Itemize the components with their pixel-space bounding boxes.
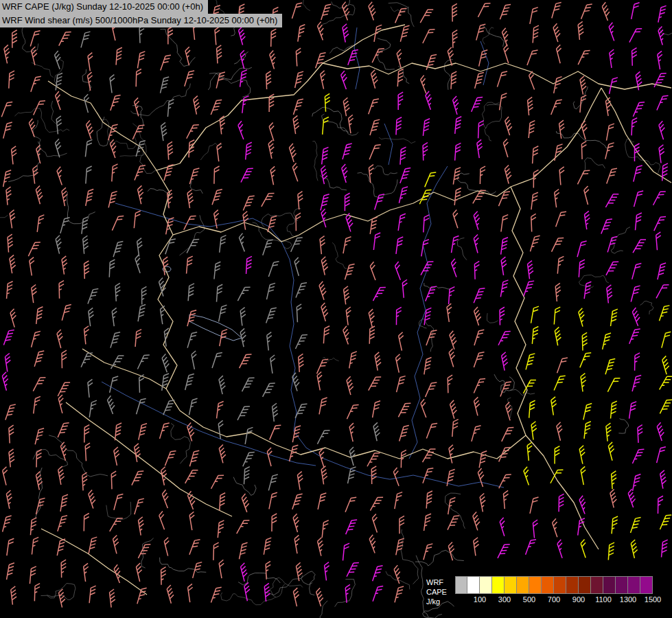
wind-barb	[167, 141, 174, 159]
wind-barb	[556, 422, 565, 441]
legend-swatch	[455, 576, 467, 594]
wind-barb	[632, 262, 642, 281]
wind-barb	[473, 235, 483, 253]
wind-barb	[240, 69, 247, 88]
wind-barb	[369, 165, 375, 183]
wind-barb	[1, 100, 12, 119]
cape-contour	[329, 45, 353, 54]
wind-barb	[6, 187, 12, 205]
wind-barb	[373, 232, 380, 251]
wind-barb	[369, 98, 379, 116]
wind-barb	[452, 30, 458, 48]
wind-barb	[631, 284, 640, 303]
wind-barb	[58, 466, 66, 485]
wind-barb	[31, 284, 38, 303]
wind-barb	[398, 213, 406, 231]
wind-barb	[238, 233, 249, 252]
wind-barb	[111, 471, 117, 489]
wind-barb	[189, 139, 194, 157]
wind-barb	[579, 446, 587, 464]
wind-barb	[580, 539, 590, 558]
wind-barb	[113, 536, 121, 554]
wind-barb	[395, 491, 402, 510]
wind-barb	[396, 117, 402, 135]
wind-barb	[396, 236, 403, 255]
wind-barb	[605, 357, 615, 376]
wind-barb	[55, 236, 64, 254]
wind-barb	[243, 450, 255, 469]
wind-barb	[611, 471, 617, 489]
wind-barb	[345, 496, 356, 514]
wind-barb	[9, 255, 16, 273]
country-border	[323, 63, 671, 89]
wind-barb	[114, 493, 124, 512]
wind-barb	[298, 354, 304, 371]
cape-contour	[579, 275, 609, 287]
wind-barb	[30, 566, 36, 584]
wind-barb	[501, 28, 512, 47]
wind-barb	[578, 308, 588, 327]
wind-barb	[369, 143, 380, 161]
wind-barb	[580, 466, 588, 485]
wind-barb	[3, 121, 12, 139]
wind-barb	[160, 306, 167, 324]
wind-barb	[424, 357, 432, 376]
wind-barb	[399, 424, 409, 443]
wind-barb	[84, 425, 89, 443]
wind-barb	[347, 560, 359, 578]
legend-tick: 700	[548, 595, 560, 604]
wind-barb	[500, 93, 507, 111]
wind-barb	[660, 470, 668, 489]
wind-barb	[398, 332, 406, 351]
wind-barb	[1, 372, 11, 391]
wind-barb	[298, 192, 304, 210]
wind-barb	[218, 560, 226, 578]
wind-barb	[582, 332, 588, 350]
wind-barb	[86, 188, 93, 207]
legend-title-model: WRF	[426, 577, 455, 587]
wind-barb	[187, 190, 194, 208]
wind-barb	[657, 446, 666, 464]
wind-barb	[373, 584, 383, 603]
wind-barb	[34, 396, 40, 415]
wind-barb	[321, 257, 329, 275]
wind-barb	[185, 47, 194, 65]
wind-barb	[189, 398, 197, 416]
wind-barb	[632, 1, 640, 20]
wind-barb	[552, 236, 564, 253]
wind-barb	[30, 517, 36, 535]
wind-barb	[240, 308, 247, 326]
wind-barb	[452, 3, 457, 21]
wind-barb	[316, 22, 327, 41]
cape-contour	[160, 29, 195, 66]
wind-barb	[393, 468, 404, 486]
wind-barb	[296, 562, 304, 581]
wind-barb	[526, 538, 537, 556]
wind-barb	[237, 27, 247, 45]
wind-barb	[318, 448, 329, 467]
wind-barb	[36, 306, 43, 325]
wind-barb	[216, 71, 225, 89]
cape-contour	[335, 580, 356, 607]
wind-barb	[397, 69, 404, 87]
wind-barb	[345, 193, 349, 211]
legend-ticks: 100300500700900110013001500	[455, 595, 653, 605]
wind-barb	[657, 94, 669, 113]
wind-barb	[244, 582, 252, 601]
wind-barb	[32, 330, 40, 349]
wind-barb	[498, 542, 510, 560]
wind-barb	[214, 166, 220, 184]
wind-barb	[401, 450, 406, 468]
wind-barb	[161, 54, 171, 72]
wind-barb	[266, 448, 276, 466]
wind-barb	[423, 143, 428, 161]
wind-barb	[319, 397, 327, 415]
wind-barb	[530, 6, 538, 25]
wind-barb	[89, 400, 97, 418]
wind-barb	[579, 496, 590, 514]
wind-barb	[369, 535, 380, 553]
cape-contour	[97, 117, 111, 146]
wind-barb	[372, 47, 384, 65]
wind-barb	[448, 514, 459, 532]
wind-barb	[578, 518, 585, 536]
